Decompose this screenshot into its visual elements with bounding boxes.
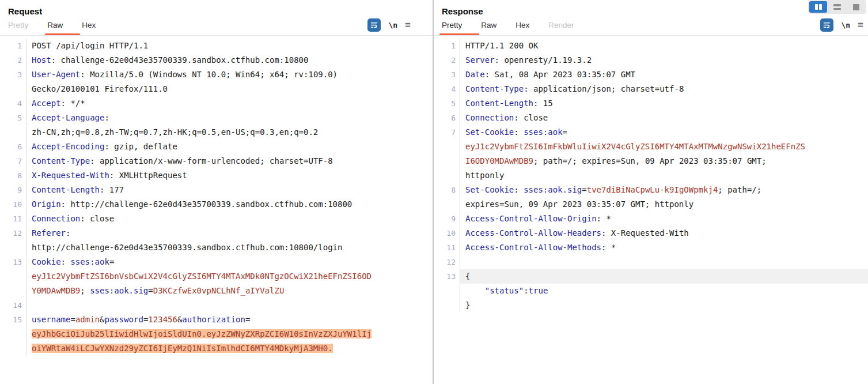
code-text: Content-Length: 177: [26, 183, 433, 197]
code-text: "status":true: [460, 284, 868, 298]
code-line: 12Referer:: [0, 226, 433, 240]
request-tabbar: PrettyRawHex \n ≡: [0, 16, 433, 36]
newline-toggle[interactable]: \n: [841, 21, 850, 29]
request-panel: Request PrettyRawHex \n ≡ 1POST /api/log…: [0, 0, 433, 384]
code-line: "status":true: [434, 284, 868, 298]
layout-columns-button[interactable]: [809, 1, 827, 13]
line-number: 5: [434, 96, 460, 111]
soft-wrap-button[interactable]: [367, 18, 381, 32]
tab-hex[interactable]: Hex: [82, 16, 96, 35]
code-text: zh-CN,zh;q=0.8,zh-TW;q=0.7,zh-HK;q=0.5,e…: [26, 125, 433, 140]
code-text: eyJ1c2VybmFtZSI6bnVsbCwiX2V4cGlyZSI6MTY4…: [26, 269, 433, 284]
line-number: 2: [434, 53, 460, 67]
code-line: http://challenge-62e0d43e35700339.sandbo…: [0, 240, 433, 255]
line-number: [434, 284, 460, 298]
single-pane-icon: [853, 4, 859, 10]
code-line: oiYWRtaW4iLCJwYXNzd29yZCI6IjEyMzQ1NiIsIm…: [0, 341, 433, 356]
code-line: 11Access-Control-Allow-Methods: *: [434, 240, 868, 255]
code-text: eyJhbGciOiJub25lIiwidHlwIjoiSldUIn0.eyJz…: [26, 327, 433, 341]
code-text: I6ODY0MDAwMDB9; path=/; expires=Sun, 09 …: [460, 154, 868, 168]
code-text: POST /api/login HTTP/1.1: [26, 39, 433, 53]
line-number: [434, 197, 460, 212]
code-text: Server: openresty/1.19.3.2: [460, 53, 868, 67]
code-text: Origin: http://challenge-62e0d43e3570033…: [26, 197, 433, 212]
soft-wrap-icon: [370, 21, 378, 29]
layout-rows-button[interactable]: [828, 1, 846, 13]
line-number: 15: [0, 313, 26, 327]
line-number: 7: [0, 154, 26, 168]
code-text: [460, 255, 868, 269]
code-line: I6ODY0MDAwMDB9; path=/; expires=Sun, 09 …: [434, 154, 868, 168]
code-line: Gecko/20100101 Firefox/111.0: [0, 82, 433, 96]
editor-menu-icon[interactable]: ≡: [405, 20, 411, 30]
tab-raw[interactable]: Raw: [481, 16, 496, 35]
line-number: [434, 298, 460, 313]
request-editor[interactable]: 1POST /api/login HTTP/1.12Host: challeng…: [0, 36, 433, 356]
response-panel: Response PrettyRawHexRender \n ≡ 1HTTP/1…: [434, 0, 868, 384]
code-text: eyJ1c2VybmFtZSI6ImFkbWluIiwiX2V4cGlyZSI6…: [460, 140, 868, 154]
code-text: Content-Type: application/json; charset=…: [460, 82, 868, 96]
line-number: 13: [0, 255, 26, 269]
code-line: 5Content-Length: 15: [434, 96, 868, 111]
code-text: Connection: close: [26, 212, 433, 226]
burp-http-message-viewer: Request PrettyRawHex \n ≡ 1POST /api/log…: [0, 0, 868, 384]
code-text: expires=Sun, 09 Apr 2023 03:35:07 GMT; h…: [460, 197, 868, 212]
code-line: 4Content-Type: application/json; charset…: [434, 82, 868, 96]
line-number: [0, 125, 26, 140]
line-number: [0, 82, 26, 96]
code-line: 4Accept: */*: [0, 96, 433, 111]
code-text: Set-Cookie: sses:aok=: [460, 125, 868, 140]
columns-icon: [815, 4, 818, 10]
code-text: Set-Cookie: sses:aok.sig=tve7diBiNaCpwLu…: [460, 183, 868, 197]
code-text: Host: challenge-62e0d43e35700339.sandbox…: [26, 53, 433, 67]
line-number: 11: [0, 212, 26, 226]
code-text: Accept-Language:: [26, 111, 433, 125]
code-line: }: [434, 298, 868, 313]
line-number: 1: [0, 39, 26, 53]
line-number: [434, 140, 460, 154]
response-editor[interactable]: 1HTTP/1.1 200 OK2Server: openresty/1.19.…: [434, 36, 868, 313]
line-number: 2: [0, 53, 26, 67]
line-number: 11: [434, 240, 460, 255]
code-line: 10Access-Control-Allow-Headers: X-Reques…: [434, 226, 868, 240]
code-line: 9Access-Control-Allow-Origin: *: [434, 212, 868, 226]
code-line: 3Date: Sat, 08 Apr 2023 03:35:07 GMT: [434, 67, 868, 82]
tab-hex[interactable]: Hex: [516, 16, 529, 35]
code-text: {: [460, 269, 868, 284]
line-number: 4: [0, 96, 26, 111]
panel-title: Response: [434, 0, 868, 16]
line-number: 3: [434, 67, 460, 82]
line-number: 3: [0, 67, 26, 82]
newline-toggle[interactable]: \n: [388, 21, 397, 29]
line-number: 13: [434, 269, 460, 284]
code-text: Content-Type: application/x-www-form-url…: [26, 154, 433, 168]
tab-raw[interactable]: Raw: [47, 16, 63, 35]
code-line: 14: [0, 298, 433, 313]
response-tab-tools: \n ≡: [820, 18, 863, 35]
code-line: 2Host: challenge-62e0d43e35700339.sandbo…: [0, 53, 433, 67]
code-text: oiYWRtaW4iLCJwYXNzd29yZCI6IjEyMzQ1NiIsIm…: [26, 341, 433, 356]
layout-single-button[interactable]: [847, 1, 865, 13]
tab-pretty[interactable]: Pretty: [442, 16, 462, 35]
code-text: Referer:: [26, 226, 433, 240]
code-text: Access-Control-Allow-Methods: *: [460, 240, 868, 255]
code-text: Y0MDAwMDB9; sses:aok.sig=D3KCzfwEx0vpNCL…: [26, 284, 433, 298]
code-text: Connection: close: [460, 111, 868, 125]
line-number: 7: [434, 125, 460, 140]
code-line: Y0MDAwMDB9; sses:aok.sig=D3KCzfwEx0vpNCL…: [0, 284, 433, 298]
code-line: 8Set-Cookie: sses:aok.sig=tve7diBiNaCpwL…: [434, 183, 868, 197]
tab-render: Render: [548, 16, 574, 35]
code-line: 15username=admin&password=123456&authori…: [0, 313, 433, 327]
soft-wrap-button[interactable]: [820, 18, 833, 32]
line-number: 6: [0, 140, 26, 154]
line-number: [0, 341, 26, 356]
line-number: 14: [0, 298, 26, 313]
line-number: 5: [0, 111, 26, 125]
code-text: Access-Control-Allow-Origin: *: [460, 212, 868, 226]
code-line: 1POST /api/login HTTP/1.1: [0, 39, 433, 53]
code-line: expires=Sun, 09 Apr 2023 03:35:07 GMT; h…: [434, 197, 868, 212]
code-text: Accept: */*: [26, 96, 433, 111]
request-tab-tools: \n ≡: [367, 18, 411, 35]
code-text: httponly: [460, 168, 868, 183]
editor-menu-icon[interactable]: ≡: [858, 20, 863, 30]
